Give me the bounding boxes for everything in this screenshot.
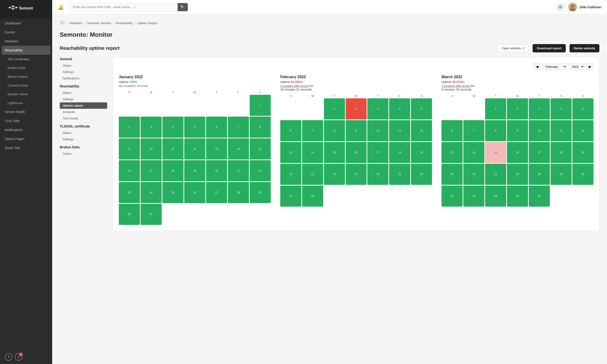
search-input[interactable] [70,3,178,11]
cal-day: 23 [507,164,528,185]
february-incident-link[interactable]: 1 incident with errors [280,84,309,88]
sidebar-item-domain-check[interactable]: Domain Check [0,90,52,99]
sidebar-item-content-check[interactable]: Content Check [0,81,52,90]
breadcrumb-monitor[interactable]: Semonto: Monitor [87,21,111,25]
cal-day: 15 [485,142,506,163]
subnav-general-status[interactable]: Status [60,62,107,69]
cal-day: 21 [228,160,249,181]
cal-day: 2 [119,117,140,138]
cal-day: 1 [250,95,271,116]
cal-day: 13 [441,142,462,163]
page-title: Semonto: Monitor [60,31,599,39]
cal-day: 26 [411,164,432,185]
cal-empty [162,95,184,116]
uptime-value-february: 99.955% [291,80,303,84]
cal-day: 26 [572,164,594,185]
sidebar-item-reachability[interactable]: Reachability [2,46,50,55]
cal-day: 11 [162,138,184,159]
cal-empty [463,98,484,119]
help-button[interactable]: ? [5,353,12,361]
delete-website-button[interactable]: Delete website [569,44,599,52]
cal-day: 9 [346,120,367,141]
month-january: January 2022 Uptime 100% No incidents oc… [119,75,271,225]
subnav-general-settings[interactable]: Settings [60,69,107,75]
sidebar-item-websites[interactable]: Websites [0,37,52,46]
sidebar-item-events[interactable]: Events [0,28,52,37]
subnav-broken-links-status[interactable]: Status [60,151,107,157]
report-panel: ◀ January February March April May June … [113,57,599,231]
notification-badge: 1 [19,353,23,356]
cal-day: 12 [411,120,432,141]
subnav-reachability-uptime[interactable]: Uptime report [60,102,107,109]
cal-day: 3 [367,98,388,119]
svg-line-17 [62,21,64,23]
breadcrumb-websites[interactable]: Websites [70,21,82,25]
year-select[interactable]: 2021 2022 2023 [568,64,584,70]
cal-empty [184,95,205,116]
sidebar-item-notifications[interactable]: Notifications [0,125,52,134]
settings-button[interactable]: ⚙️ [556,3,565,11]
cal-day: 31 [529,185,550,207]
cal-day: 4 [389,98,410,119]
info-button[interactable]: i 1 [15,353,22,361]
cal-day: 24 [529,164,550,185]
cal-empty [228,95,249,116]
download-report-button[interactable]: Download report [533,44,566,52]
subnav-tls-status[interactable]: Status [60,130,107,136]
cal-day: 17 [367,142,388,163]
cal-day: 3 [141,117,162,138]
sidebar-item-ssl[interactable]: SSL Certificates [0,55,52,64]
cal-empty [119,95,140,116]
cal-day: 12 [184,138,205,159]
report-header: Reachability uptime report Open website … [60,44,599,52]
cal-day: 30 [119,204,140,225]
cal-day: 12 [572,120,594,141]
sidebar-item-lighthouse[interactable]: Lighthouse [0,99,52,107]
cal-day: 5 [411,98,432,119]
search-button[interactable]: 🔍 [178,3,188,11]
calendar-prev-button[interactable]: ◀ [533,63,541,70]
svg-line-4 [10,6,13,8]
sidebar-item-dashboard[interactable]: Dashboard [0,19,52,28]
subnav-tls-settings[interactable]: Settings [60,136,107,143]
month-select[interactable]: January February March April May June Ju… [542,64,567,70]
sidebar-item-mixed-content[interactable]: Mixed Content [0,72,52,81]
month-march-uptime: Uptime 99.979% [441,80,594,84]
subnav-reachability-settings[interactable]: Settings [60,96,107,102]
bell-icon[interactable]: 🔔 [58,4,64,10]
calendar-next-button[interactable]: ▶ [586,63,594,70]
cal-day: 14 [228,138,249,159]
svg-line-18 [62,23,64,24]
cal-day: 28 [302,185,323,207]
cal-empty [280,98,301,119]
cal-day: 27 [206,182,227,203]
cal-day: 9 [507,120,528,141]
cal-day: 19 [572,142,594,163]
logo-area: Semonto [0,0,52,19]
month-march-incident: 1 incident with errors for9 minutes 30 s… [441,84,594,91]
cal-day: 2 [507,98,528,119]
sidebar-item-quick-test[interactable]: Quick Test [0,143,52,152]
cal-day: 5 [572,98,594,119]
user-area[interactable]: Jelle Kalkman [568,3,601,11]
svg-line-20 [61,21,62,23]
subnav-reachability-incidents[interactable]: Incidents [60,109,107,115]
subnav-reachability-status[interactable]: Status [60,90,107,96]
svg-line-7 [13,8,17,9]
svg-line-6 [10,8,13,9]
subnav-section-broken-links: Broken links [60,145,107,149]
sidebar-item-broken-links[interactable]: Broken Links [0,64,52,72]
subnav-general-notifications[interactable]: Notifications [60,75,107,81]
breadcrumb-uptime[interactable]: Uptime Report [137,21,157,25]
month-february: February 2022 Uptime 99.955% 1 incident … [280,75,432,225]
open-website-button[interactable]: Open website ↗ [498,44,529,52]
subnav-reachability-test-results[interactable]: Test results [60,115,107,122]
breadcrumb-reachability[interactable]: Reachability [116,21,133,25]
svg-point-11 [571,4,574,8]
sidebar-bottom: ? i 1 [0,350,52,364]
sidebar-item-cron-jobs[interactable]: Cron Jobs [0,116,52,125]
cal-day: 10 [141,138,162,159]
sidebar-item-status-pages[interactable]: Status Pages [0,134,52,143]
sidebar-item-server-health[interactable]: Server Health [0,107,52,116]
march-incident-link[interactable]: 1 incident with errors [441,84,470,88]
